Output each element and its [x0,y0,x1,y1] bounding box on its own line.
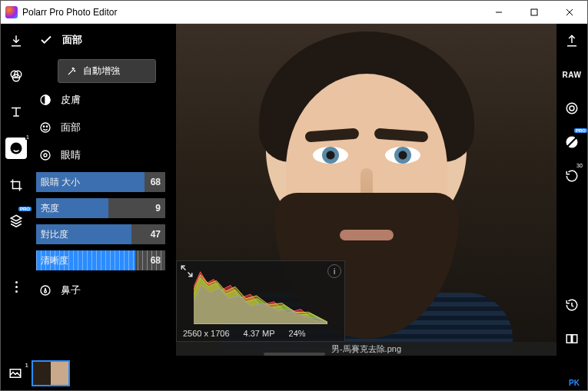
panel-header: 面部 [36,30,165,53]
eye-icon [38,147,53,163]
zoom-level: 24% [289,329,306,338]
slider-clarity-label: 清晰度 [36,254,68,267]
svg-point-14 [41,151,50,160]
nose-icon [38,283,53,298]
watermark: PK [569,379,580,387]
auto-enhance-label: 自動增強 [83,65,120,78]
slider-clarity[interactable]: 清晰度 68 [36,250,165,270]
options-panel: 面部 自動增強 皮膚 面部 [32,24,170,356]
export-icon[interactable] [563,31,581,50]
slider-contrast-label: 對比度 [36,228,68,241]
svg-point-8 [14,146,15,147]
panel-title: 面部 [62,33,82,47]
close-button[interactable] [552,1,587,23]
group-skin-label: 皮膚 [61,93,81,107]
wand-icon [66,66,77,77]
svg-point-7 [11,143,22,154]
target-icon[interactable] [563,99,581,118]
filmstrip: 1 PK [1,356,587,390]
workspace: 1 PRO 面部 [1,24,587,356]
slider-contrast[interactable]: 對比度 47 [36,224,165,244]
layers-icon[interactable]: PRO [7,211,25,230]
slider-contrast-value: 47 [151,229,161,240]
svg-point-13 [46,126,47,127]
info-icon[interactable]: i [327,264,341,278]
maximize-button[interactable] [517,1,552,23]
group-face[interactable]: 面部 [36,117,165,138]
histogram-meta: 2560 x 1706 4.37 MP 24% [177,327,344,341]
denoise-icon[interactable]: PRO [563,133,581,151]
rotate-icon[interactable]: 30 [563,167,581,185]
gallery-icon[interactable]: 1 [7,365,24,382]
slider-eye-size-label: 眼睛 大小 [36,176,80,189]
app-window: Polarr Pro Photo Editor [0,0,588,391]
svg-point-18 [570,106,574,111]
import-icon[interactable] [7,31,25,50]
check-icon[interactable] [39,33,53,47]
thumbnail[interactable] [32,360,70,386]
svg-point-11 [41,123,50,132]
group-skin[interactable]: 皮膚 [36,89,165,111]
slider-clarity-value: 68 [151,255,161,266]
svg-rect-1 [531,9,537,15]
window-title: Polarr Pro Photo Editor [22,7,481,18]
image-megapixels: 4.37 MP [244,329,275,338]
titlebar: Polarr Pro Photo Editor [1,1,587,24]
filename-bar: 男-馬賽克去除.png [176,342,556,356]
right-toolbar: RAW PRO 30 [556,24,587,356]
scroll-indicator[interactable] [264,353,325,356]
left-toolbar: 1 PRO [1,24,32,356]
rotate-degree: 30 [576,163,583,168]
slider-eye-size-value: 68 [151,177,161,187]
pro-badge: PRO [574,128,587,133]
text-tool-icon[interactable] [7,102,25,121]
crop-tool-icon[interactable] [7,176,25,194]
group-nose[interactable]: 鼻子 [36,280,165,301]
expand-icon[interactable] [180,264,194,278]
face-outline-icon [38,120,53,135]
gallery-count: 1 [25,362,28,369]
window-buttons [481,1,587,23]
face-retouch-icon[interactable]: 1 [5,138,27,159]
canvas[interactable]: i 2560 x 1706 4.37 MP 24% 男-馬賽克去除.png [170,24,556,356]
svg-point-9 [18,146,19,147]
app-icon [5,6,18,18]
histogram-graph [194,264,327,324]
svg-point-15 [44,154,47,157]
svg-point-12 [43,126,44,127]
group-face-label: 面部 [61,121,81,134]
group-eyes-label: 眼睛 [61,148,81,162]
histogram-panel[interactable]: i 2560 x 1706 4.37 MP 24% [176,260,345,342]
svg-point-17 [566,103,577,114]
contrast-icon [38,92,53,108]
svg-point-16 [41,286,50,295]
face-count-badge: 1 [25,134,30,140]
group-nose-label: 鼻子 [61,283,81,297]
color-adjust-icon[interactable] [7,67,25,85]
auto-enhance-button[interactable]: 自動增強 [58,59,156,83]
slider-brightness-value: 9 [155,203,161,214]
raw-button[interactable]: RAW [563,65,581,84]
app-body: 1 PRO 面部 [1,24,587,390]
slider-eye-size[interactable]: 眼睛 大小 68 [36,172,165,192]
compare-icon[interactable] [563,330,581,348]
slider-brightness[interactable]: 亮度 9 [36,198,165,218]
image-dimensions: 2560 x 1706 [183,329,230,338]
svg-rect-21 [566,335,571,343]
history-icon[interactable] [563,296,581,314]
group-eyes[interactable]: 眼睛 [36,144,165,166]
minimize-button[interactable] [481,1,517,23]
slider-brightness-label: 亮度 [36,202,59,215]
pro-badge: PRO [18,207,32,211]
svg-rect-22 [573,335,577,343]
more-menu-icon[interactable] [7,277,25,296]
